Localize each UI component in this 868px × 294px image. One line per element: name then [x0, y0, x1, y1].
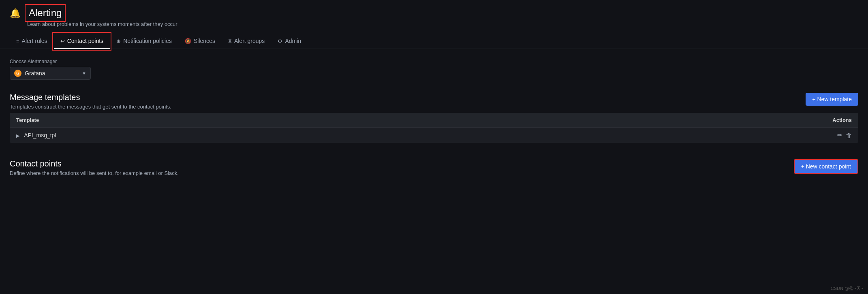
alerting-bell-icon: 🔔	[10, 8, 21, 19]
new-template-button[interactable]: + New template	[806, 93, 858, 106]
template-name: API_msg_tpl	[24, 132, 56, 138]
templates-table: Template Actions ▶ API_msg_tpl ✏ 🗑	[10, 113, 858, 143]
template-col-header: Template	[10, 113, 537, 128]
contact-points-icon: ↩	[60, 38, 65, 44]
contact-points-section: Contact points Define where the notifica…	[10, 159, 858, 176]
tab-silences[interactable]: 🔕 Silences	[178, 34, 222, 49]
contact-points-header: Contact points Define where the notifica…	[10, 159, 858, 176]
message-templates-title: Message templates	[10, 93, 171, 102]
tab-alert-groups[interactable]: ⧖ Alert groups	[222, 34, 271, 49]
table-row: ▶ API_msg_tpl ✏ 🗑	[10, 128, 858, 143]
template-action-icons: ✏ 🗑	[543, 132, 852, 139]
contact-points-description: Define where the notifications will be s…	[10, 170, 179, 176]
nav-tabs: ≡ Alert rules ↩ Contact points ⊕ Notific…	[0, 34, 868, 49]
alertmanager-label: Choose Alertmanager	[10, 59, 858, 64]
header-text: Alerting Learn about problems in your sy…	[27, 6, 177, 27]
chevron-down-icon: ▼	[82, 71, 86, 76]
message-templates-description: Templates construct the messages that ge…	[10, 104, 171, 110]
tab-alert-rules[interactable]: ≡ Alert rules	[10, 34, 54, 49]
edit-icon[interactable]: ✏	[837, 132, 842, 139]
admin-icon: ⚙	[278, 38, 282, 44]
contact-points-header-left: Contact points Define where the notifica…	[10, 159, 179, 176]
tab-notification-policies[interactable]: ⊕ Notification policies	[110, 34, 178, 49]
templates-table-header-row: Template Actions	[10, 113, 858, 128]
alertmanager-select[interactable]: G Grafana ▼	[10, 67, 91, 80]
contact-points-title: Contact points	[10, 159, 179, 168]
alertmanager-selected-value: Grafana	[25, 70, 79, 77]
tab-contact-points[interactable]: ↩ Contact points	[54, 34, 110, 49]
actions-col-header: Actions	[537, 113, 858, 128]
alert-groups-icon: ⧖	[228, 38, 232, 44]
page-description: Learn about problems in your systems mom…	[27, 21, 177, 27]
page-header: 🔔 Alerting Learn about problems in your …	[0, 0, 868, 27]
page-title: Alerting	[27, 6, 63, 19]
new-contact-point-button[interactable]: + New contact point	[794, 159, 858, 174]
main-content: Choose Alertmanager G Grafana ▼ Message …	[0, 49, 868, 189]
template-actions-cell: ✏ 🗑	[537, 128, 858, 143]
notification-policies-icon: ⊕	[116, 38, 121, 44]
alert-rules-icon: ≡	[16, 38, 19, 44]
message-templates-header-left: Message templates Templates construct th…	[10, 93, 171, 110]
message-templates-header: Message templates Templates construct th…	[10, 93, 858, 110]
alertmanager-section: Choose Alertmanager G Grafana ▼	[10, 59, 858, 80]
grafana-icon: G	[14, 70, 21, 77]
template-name-cell: ▶ API_msg_tpl	[10, 128, 537, 143]
silences-icon: 🔕	[185, 38, 191, 44]
tab-admin[interactable]: ⚙ Admin	[271, 34, 308, 49]
delete-icon[interactable]: 🗑	[846, 132, 852, 139]
row-expand-icon[interactable]: ▶	[16, 133, 19, 138]
